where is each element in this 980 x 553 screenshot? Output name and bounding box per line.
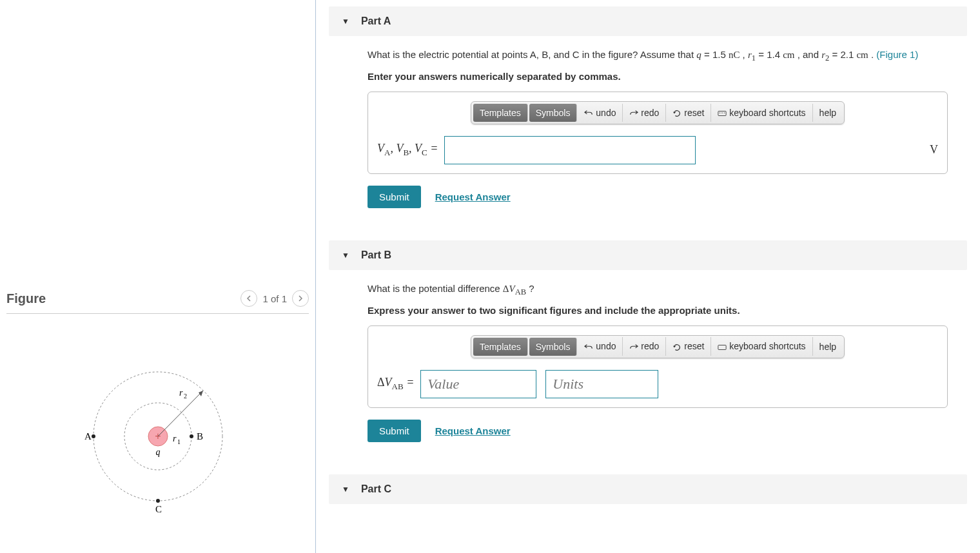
figure-nav: 1 of 1 [240, 290, 309, 307]
caret-down-icon: ▼ [342, 485, 349, 494]
help-button[interactable]: help [813, 338, 843, 356]
symbols-button[interactable]: Symbols [529, 338, 578, 356]
part-a-question: What is the electric potential at points… [368, 48, 948, 64]
part-a-answer-label: VA, VB, VC = [377, 142, 438, 158]
figure-diagram: + q r 2 r 1 A B C [6, 353, 309, 533]
keyboard-icon [718, 343, 727, 352]
help-button[interactable]: help [813, 104, 843, 122]
chevron-right-icon [297, 295, 304, 302]
part-a-title: Part A [361, 15, 391, 27]
svg-text:2: 2 [184, 393, 187, 400]
caret-down-icon: ▼ [342, 251, 349, 260]
undo-button[interactable]: undo [578, 337, 623, 355]
part-b-question: What is the potential difference ΔVAB ? [368, 282, 948, 298]
request-answer-link[interactable]: Request Answer [435, 191, 511, 202]
reset-icon [672, 109, 681, 118]
svg-text:r: r [173, 434, 177, 443]
part-a-header[interactable]: ▼ Part A [329, 6, 967, 36]
templates-button[interactable]: Templates [473, 104, 528, 122]
redo-icon [629, 109, 638, 118]
figure-title: Figure [6, 291, 46, 306]
templates-button[interactable]: Templates [473, 338, 528, 356]
submit-button[interactable]: Submit [368, 420, 421, 442]
part-c-title: Part C [361, 483, 391, 495]
svg-marker-6 [199, 391, 203, 396]
figure-nav-text: 1 of 1 [262, 293, 287, 304]
redo-icon [629, 343, 638, 352]
figure-prev-button[interactable] [240, 290, 257, 307]
keyboard-shortcuts-button[interactable]: keyboard shortcuts [711, 337, 812, 355]
reset-button[interactable]: reset [666, 104, 711, 122]
reset-button[interactable]: reset [666, 337, 711, 355]
part-a-unit: V [930, 143, 938, 157]
part-c-header[interactable]: ▼ Part C [329, 474, 967, 504]
figure-next-button[interactable] [292, 290, 309, 307]
svg-text:q: q [155, 447, 160, 457]
part-b-instruction: Express your answer to two significant f… [368, 305, 948, 316]
symbols-button[interactable]: Symbols [529, 104, 578, 122]
keyboard-shortcuts-button[interactable]: keyboard shortcuts [711, 104, 812, 122]
part-b-header[interactable]: ▼ Part B [329, 240, 967, 270]
part-a-answer-box: Templates Symbols undo redo reset [368, 92, 948, 174]
reset-icon [672, 343, 681, 352]
undo-icon [584, 109, 593, 118]
caret-down-icon: ▼ [342, 17, 349, 26]
svg-text:C: C [155, 504, 162, 514]
svg-point-15 [156, 499, 160, 503]
svg-text:r: r [179, 388, 183, 398]
svg-rect-18 [718, 111, 726, 115]
svg-text:A: A [84, 431, 92, 441]
request-answer-link[interactable]: Request Answer [435, 425, 511, 436]
svg-text:1: 1 [177, 438, 181, 445]
undo-icon [584, 343, 593, 352]
part-b-answer-label: ΔVAB = [377, 376, 414, 392]
undo-button[interactable]: undo [578, 104, 623, 122]
redo-button[interactable]: redo [623, 337, 666, 355]
part-b-units-input[interactable] [545, 370, 658, 398]
svg-point-11 [92, 434, 95, 438]
redo-button[interactable]: redo [623, 104, 666, 122]
chevron-left-icon [246, 295, 252, 302]
answer-toolbar: Templates Symbols undo redo reset [471, 101, 845, 124]
part-a-answer-input[interactable] [444, 136, 696, 164]
submit-button[interactable]: Submit [368, 186, 421, 208]
figure-link[interactable]: (Figure 1) [876, 49, 918, 60]
keyboard-icon [718, 109, 727, 118]
svg-rect-23 [718, 345, 726, 349]
answer-toolbar: Templates Symbols undo redo reset [471, 335, 845, 358]
svg-point-13 [190, 434, 193, 438]
part-b-answer-box: Templates Symbols undo redo reset [368, 325, 948, 408]
part-b-title: Part B [361, 249, 391, 261]
part-a-instruction: Enter your answers numerically separated… [368, 71, 948, 82]
part-b-value-input[interactable] [420, 370, 536, 398]
svg-text:B: B [197, 431, 203, 441]
